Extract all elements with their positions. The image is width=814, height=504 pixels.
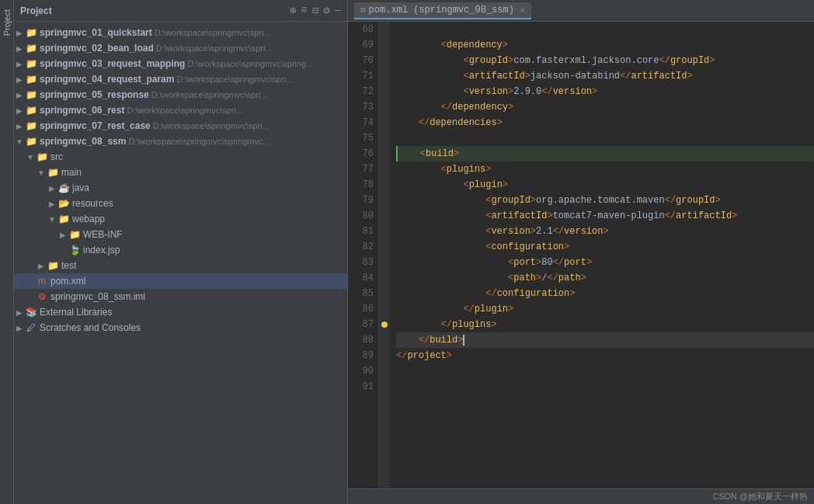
line-number: 79 <box>348 193 374 208</box>
tree-item-webapp[interactable]: ▼📁webapp <box>14 211 347 227</box>
tree-arrow-icon[interactable]: ▶ <box>14 75 25 84</box>
code-line: <artifactId>jackson-databind</artifactId… <box>396 68 814 84</box>
tree-arrow-icon[interactable]: ▼ <box>14 137 25 146</box>
syntax-tag: path <box>558 270 581 286</box>
syntax-tag-bracket: > <box>709 53 715 68</box>
syntax-tag: artifactId <box>469 68 525 84</box>
tree-item-test[interactable]: ▶📁test <box>14 258 347 273</box>
line-number: 84 <box>348 270 374 286</box>
gutter-line <box>379 353 390 368</box>
tree-item-indexjsp[interactable]: 🍃index.jsp <box>14 242 347 258</box>
tree-arrow-icon[interactable]: ▶ <box>47 184 57 193</box>
tree-arrow-icon[interactable]: ▶ <box>14 29 25 37</box>
code-line: <build> <box>396 146 814 162</box>
syntax-tag: version <box>553 84 592 99</box>
tree-item-rest_case[interactable]: ▶📁springmvc_07_rest_case D:\workspace\sp… <box>14 118 347 134</box>
tree-node-icon: 📁 <box>25 27 37 38</box>
tree-arrow-icon[interactable]: ▼ <box>36 169 47 177</box>
syntax-tag-bracket: </ <box>419 115 430 130</box>
tree-arrow-icon[interactable]: ▶ <box>14 122 25 130</box>
tree-arrow-icon[interactable]: ▶ <box>14 106 25 115</box>
tree-item-request_param[interactable]: ▶📁springmvc_04_request_param D:\workspac… <box>14 71 347 87</box>
gutter-line <box>379 84 390 99</box>
syntax-text <box>396 53 463 68</box>
syntax-text <box>396 162 441 177</box>
code-line <box>396 130 814 146</box>
syntax-tag-bracket: > <box>603 224 608 239</box>
tree-item-main[interactable]: ▼📁main <box>14 165 347 180</box>
sort-icon[interactable]: ≡ <box>301 4 307 17</box>
tree-node-icon: 📁 <box>57 214 70 224</box>
syntax-text: / <box>541 270 547 286</box>
code-line: <version>2.9.0</version> <box>396 84 814 99</box>
tree-arrow-icon[interactable]: ▶ <box>14 60 25 68</box>
syntax-tag: groupId <box>491 193 530 208</box>
tree-item-response[interactable]: ▶📁springmvc_05_response D:\workspace\spr… <box>14 87 347 103</box>
tree-item-iml[interactable]: ⚙springmvc_08_ssm.iml <box>14 289 347 304</box>
tree-item-ssm[interactable]: ▼📁springmvc_08_ssm D:\workspace\springmv… <box>14 134 347 149</box>
syntax-text: org.apache.tomcat.maven <box>536 193 665 208</box>
syntax-tag: artifactId <box>491 208 547 224</box>
line-number: 72 <box>348 84 374 99</box>
tree-arrow-icon[interactable]: ▼ <box>25 153 36 162</box>
syntax-text: 2.9.0 <box>513 84 541 99</box>
tree-node-icon: 📁 <box>25 89 37 100</box>
tree-node-label: main <box>61 167 82 178</box>
minimize-icon[interactable]: — <box>335 4 341 17</box>
gutter-line <box>379 255 390 270</box>
code-line: </build> <box>396 332 814 348</box>
tree-arrow-icon[interactable]: ▶ <box>36 262 47 270</box>
code-editor[interactable]: 6869707172737475767778798081828384858687… <box>348 22 814 488</box>
tree-item-java[interactable]: ▶☕java <box>14 180 347 196</box>
tree-node-label: src <box>50 151 63 162</box>
syntax-tag: artifactId <box>631 68 687 84</box>
tree-arrow-icon[interactable]: ▶ <box>14 308 25 317</box>
tree-arrow-icon[interactable]: ▶ <box>14 44 25 53</box>
code-content[interactable]: <dependency> <groupId>com.fasterxml.jack… <box>390 22 814 488</box>
syntax-tag-bracket: > <box>503 37 508 53</box>
syntax-text <box>396 286 485 301</box>
project-tab-label[interactable]: Project <box>1 3 13 42</box>
syntax-text <box>396 177 463 193</box>
tree-item-bean_load[interactable]: ▶📁springmvc_02_bean_load D:\workspace\sp… <box>14 40 347 56</box>
editor-area: m pom.xml (springmvc_08_ssm) ✕ 686970717… <box>348 0 814 504</box>
tree-node-label: index.jsp <box>83 245 120 255</box>
syntax-text <box>398 146 420 162</box>
tree-item-pomxml[interactable]: mpom.xml <box>14 273 347 289</box>
add-icon[interactable]: ⊕ <box>290 4 296 17</box>
tab-close-button[interactable]: ✕ <box>520 5 525 15</box>
tree-node-icon: ⚙ <box>36 291 48 302</box>
tree-item-request_mapping[interactable]: ▶📁springmvc_03_request_mapping D:\worksp… <box>14 56 347 71</box>
tree-arrow-icon[interactable]: ▶ <box>14 324 25 332</box>
line-number: 70 <box>348 53 374 68</box>
tree-item-quickstart[interactable]: ▶📁springmvc_01_quickstart D:\workspace\s… <box>14 25 347 40</box>
project-tree: ▶📁springmvc_01_quickstart D:\workspace\s… <box>14 22 347 504</box>
tree-item-rest[interactable]: ▶📁springmvc_06_rest D:\workspace\springm… <box>14 103 347 118</box>
tree-node-label: External Libraries <box>40 307 112 318</box>
tree-item-resources[interactable]: ▶📂resources <box>14 196 347 211</box>
tree-item-webinf[interactable]: ▶📁WEB-INF <box>14 227 347 242</box>
code-line: <path>/</path> <box>396 270 814 286</box>
tree-item-scratches[interactable]: ▶🖊Scratches and Consoles <box>14 320 347 335</box>
tree-arrow-icon[interactable]: ▼ <box>47 215 57 224</box>
tree-arrow-icon[interactable]: ▶ <box>47 200 57 208</box>
tree-item-src[interactable]: ▼📁src <box>14 149 347 165</box>
syntax-tag-bracket: > <box>687 68 692 84</box>
gutter-line <box>379 337 390 353</box>
syntax-tag: version <box>564 224 603 239</box>
syntax-tag: plugins <box>452 317 491 332</box>
pom-xml-tab[interactable]: m pom.xml (springmvc_08_ssm) ✕ <box>354 2 531 19</box>
filter-icon[interactable]: ⊟ <box>312 4 318 17</box>
gear-icon[interactable]: ⚙ <box>323 4 329 17</box>
syntax-tag-bracket: </ <box>547 270 558 286</box>
syntax-text: 2.1 <box>536 224 553 239</box>
tree-arrow-icon[interactable]: ▶ <box>14 91 25 99</box>
syntax-tag-bracket: > <box>497 115 503 130</box>
syntax-text <box>396 84 463 99</box>
tree-node-label: springmvc_04_request_param D:\workspace\… <box>40 74 293 85</box>
code-line: </plugins> <box>396 317 814 332</box>
tree-item-extlibs[interactable]: ▶📚External Libraries <box>14 304 347 320</box>
syntax-tag-bracket: </ <box>419 332 430 348</box>
tree-arrow-icon[interactable]: ▶ <box>57 231 68 239</box>
syntax-tag-bracket: </ <box>463 301 474 317</box>
